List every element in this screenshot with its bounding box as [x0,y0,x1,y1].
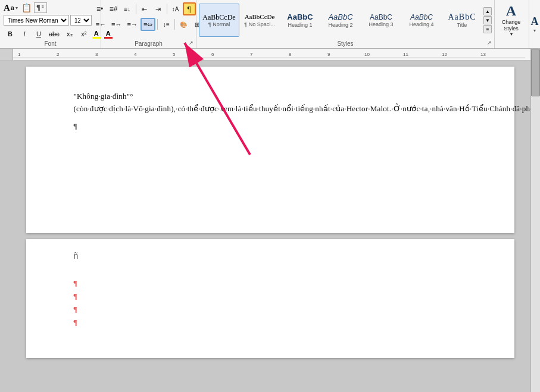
font-size-aa[interactable]: Aa ▾ [4,3,18,13]
paragraph-expand[interactable]: ↗ [189,40,193,46]
svg-text:2: 2 [57,52,60,57]
svg-text:9: 9 [327,52,330,57]
svg-text:3: 3 [95,52,98,57]
styles-scroll-down[interactable]: ▼ [483,16,492,24]
underline-button[interactable]: U [32,27,45,40]
styles-label: Styles [196,40,494,47]
separator-1 [136,4,136,14]
font-size-select[interactable]: 12 [70,15,92,26]
svg-text:13: 13 [480,52,486,57]
paragraph-1: "Không·gia·đình"°(còn·được·dịch·là·Vô·gi… [74,90,467,115]
line-spacing-button[interactable]: ↕≡ [160,18,173,31]
document-area: "Không·gia·đình"°(còn·được·dịch·là·Vô·gi… [0,61,540,392]
align-left-button[interactable]: ≡← [93,18,108,31]
style-normal[interactable]: AaBbCcDe ¶ Normal [199,4,239,37]
styles-section: AaBbCcDe ¶ Normal AaBbCcDe ¶ No Spaci...… [196,0,495,48]
svg-text:1: 1 [18,52,21,57]
para-row-1: ≡• ≡# ≡↓ ⇤ ⇥ ↕A ¶ [93,2,204,15]
para-row-2: ≡← ≡↔ ≡→ ≡⇔ ↕≡ 🎨 ⊞ [93,18,204,31]
shading-button[interactable]: 🎨 [177,18,190,31]
separator-3 [157,19,158,30]
separator-2 [167,4,167,14]
subscript-button[interactable]: x₂ [63,27,76,40]
font-name-select[interactable]: Times New Roman [4,15,69,26]
style-heading1-preview: AaBbC [287,12,313,22]
ruler-svg: 1 2 3 4 5 6 7 8 9 10 11 12 13 [13,49,530,61]
pilcrow-button[interactable]: ¶ [183,2,196,15]
style-heading1-name: Heading 1 [288,22,312,28]
paragraph-label: Paragraph [101,40,196,47]
style-heading2[interactable]: AaBbC Heading 2 [320,4,361,37]
svg-text:5: 5 [173,52,176,57]
style-heading3[interactable]: AaBbC Heading 3 [361,4,401,37]
svg-text:10: 10 [364,52,370,57]
ruler: 1 2 3 4 5 6 7 8 9 10 11 12 13 [0,49,540,61]
numbering-button[interactable]: ≡# [107,2,120,15]
style-no-spacing-name: ¶ No Spaci... [244,21,274,27]
multilevel-list-button[interactable]: ≡↓ [121,2,134,15]
style-normal-preview: AaBbCcDe [202,13,235,21]
empty-paragraph: ¶ [74,121,77,130]
styles-scroll-up[interactable]: ▲ [483,7,492,15]
bold-button[interactable]: B [4,27,17,40]
paragraph-2: ¶ [74,120,467,133]
ruler-left-margin [0,49,13,61]
para-mark-3: ¶ [74,305,467,314]
change-styles-button[interactable]: A Change Styles ▾ [496,2,527,38]
font-clipboard-icon[interactable]: 📋 [21,3,32,12]
para-mark-4: ¶ [74,318,467,327]
style-no-spacing[interactable]: AaBbCcDe ¶ No Spaci... [239,4,280,37]
scrollbar-thumb[interactable] [531,49,540,96]
style-heading4[interactable]: AaBbC Heading 4 [401,4,442,37]
para-mark-1: ¶ [74,278,467,288]
svg-text:12: 12 [442,52,447,57]
strikethrough-button[interactable]: abc [46,27,62,40]
svg-text:4: 4 [134,52,137,57]
style-title-name: Title [457,22,467,28]
font-section: Aa ▾ 📋 ¶ˢ Times New Roman 12 B I U abc x [0,0,101,48]
styles-scroll-more[interactable]: ≡ [483,25,492,33]
ruler-body: 1 2 3 4 5 6 7 8 9 10 11 12 13 [13,49,530,61]
italic-button[interactable]: I [18,27,31,40]
svg-text:11: 11 [403,52,408,57]
change-styles-label: Change Styles [499,19,524,32]
styles-expand[interactable]: ↗ [487,40,492,46]
align-right-button[interactable]: ≡→ [125,18,140,31]
increase-indent-button[interactable]: ⇥ [152,2,165,15]
para-mark-2: ¶ [74,291,467,301]
change-styles-dropdown[interactable]: ▾ [510,32,513,37]
font-label: Font [0,40,101,47]
superscript-button[interactable]: x² [77,27,90,40]
page-1: "Không·gia·đình"°(còn·được·dịch·là·Vô·gi… [26,67,514,233]
justify-button[interactable]: ≡⇔ [141,18,155,31]
separator-4 [174,19,175,30]
style-title[interactable]: AaBbC Title [442,4,482,37]
style-heading2-name: Heading 2 [328,22,352,28]
bullets-button[interactable]: ≡• [93,2,107,15]
font-row-2: Times New Roman 12 [4,15,92,26]
paragraph-1-text: "Không·gia·đình"°(còn·được·dịch·là·Vô·gi… [74,92,541,113]
style-heading1[interactable]: AaBbC Heading 1 [280,4,320,37]
align-center-button[interactable]: ≡↔ [109,18,124,31]
styles-scroll: ▲ ▼ ≡ [483,7,492,33]
style-heading4-preview: AaBbC [410,13,433,21]
page-2: ñ ¶ ¶ ¶ ¶ [26,239,514,358]
font-aa-dropdown[interactable]: ▾ [15,5,18,11]
font-size-large: A [4,3,10,13]
sort-button[interactable]: ↕A [169,2,182,15]
page2-top-mark: ñ [74,251,467,261]
style-title-preview: AaBbC [448,12,476,23]
change-styles-icon: A [506,4,516,18]
page2-marks: ¶ ¶ ¶ ¶ [74,278,467,327]
svg-text:6: 6 [211,52,214,57]
style-heading3-preview: AaBbC [370,13,392,21]
scrollbar-right[interactable] [530,49,540,392]
font-format-icon[interactable]: ¶ˢ [34,2,47,13]
style-heading3-name: Heading 3 [369,21,393,27]
decrease-indent-button[interactable]: ⇤ [138,2,151,15]
font-row-1: Aa ▾ 📋 ¶ˢ [4,2,47,13]
style-normal-name: ¶ Normal [208,21,230,27]
font-size-small: a [11,4,14,11]
styles-icon-right[interactable]: A [531,15,539,28]
ribbon-far-right: A ▾ [529,0,540,48]
